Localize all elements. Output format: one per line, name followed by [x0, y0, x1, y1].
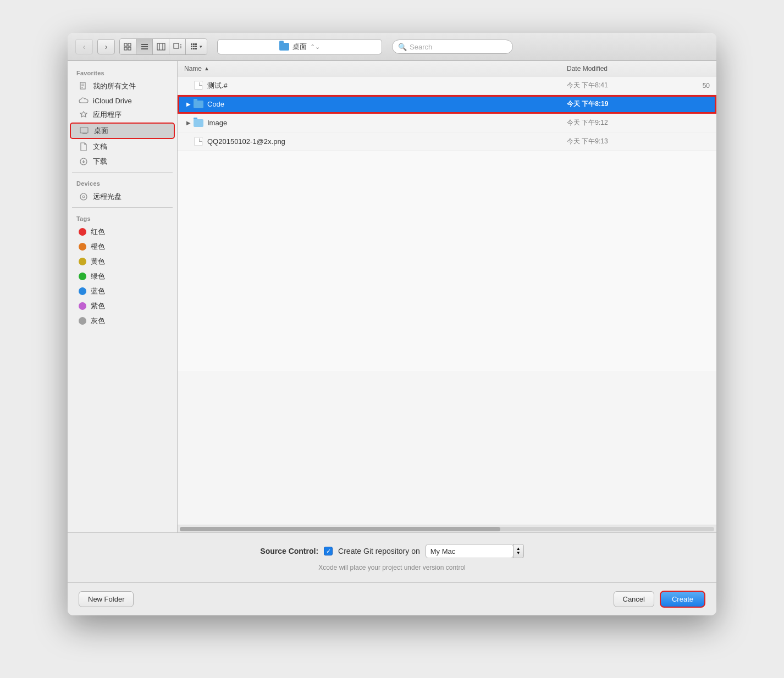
sidebar-item-docs[interactable]: 文稿: [70, 140, 175, 154]
orange-tag-dot: [79, 243, 86, 251]
expand-arrow-icon[interactable]: [184, 137, 193, 146]
table-row[interactable]: 测试.# 今天 下午8:41 50: [178, 76, 716, 95]
file-date-cell: 今天 下午8:19: [567, 99, 677, 109]
source-control-row: Source Control: ✓ Create Git repository …: [81, 544, 703, 558]
path-folder-icon: [279, 43, 289, 51]
file-name-label: QQ20150102-1@2x.png: [207, 137, 285, 146]
table-row[interactable]: QQ20150102-1@2x.png 今天 下午9:13: [178, 132, 716, 151]
view-more-button[interactable]: ▾: [186, 39, 207, 54]
view-icon-button[interactable]: [120, 39, 136, 54]
sidebar-item-all-files[interactable]: 我的所有文件: [70, 79, 175, 93]
red-tag-dot: [79, 228, 86, 236]
sidebar-item-icloud[interactable]: iCloud Drive: [70, 94, 175, 107]
sidebar-item-red[interactable]: 红色: [70, 225, 175, 239]
path-bar[interactable]: 桌面 ⌃⌄: [217, 39, 382, 54]
expand-arrow-icon[interactable]: [184, 81, 193, 90]
view-list-icon: [140, 43, 149, 51]
sidebar-item-purple[interactable]: 紫色: [70, 299, 175, 313]
sidebar-sep-2: [72, 207, 173, 208]
sort-arrow-icon: ▲: [204, 65, 209, 71]
blue-tag-dot: [79, 287, 86, 295]
file-size-cell: 50: [677, 82, 710, 90]
search-bar[interactable]: 🔍 Search: [392, 40, 513, 54]
svg-rect-27: [80, 127, 88, 133]
folder-icon: [193, 118, 204, 129]
back-button[interactable]: ‹: [75, 39, 93, 54]
sidebar-item-yellow[interactable]: 黄色: [70, 254, 175, 269]
toolbar: ‹ ›: [68, 33, 716, 61]
mac-option-label: My Mac: [430, 547, 456, 555]
svg-rect-16: [195, 43, 197, 45]
view-col-button[interactable]: [153, 39, 169, 54]
gray-tag-label: 灰色: [91, 316, 105, 326]
sidebar-item-orange[interactable]: 橙色: [70, 240, 175, 254]
sidebar-sep-1: [72, 172, 173, 173]
sidebar-item-gray[interactable]: 灰色: [70, 314, 175, 328]
forward-button[interactable]: ›: [97, 39, 115, 54]
svg-point-32: [82, 196, 85, 198]
file-date-cell: 今天 下午8:41: [567, 81, 677, 90]
file-name-label: 测试.#: [207, 81, 228, 91]
file-rows-container: 测试.# 今天 下午8:41 50 ▶: [178, 76, 716, 525]
search-placeholder: Search: [410, 43, 432, 51]
table-row[interactable]: ▶ Code 今天 下午8:19: [178, 95, 716, 114]
favorites-header: Favorites: [68, 65, 177, 79]
view-list-button[interactable]: [136, 39, 153, 54]
table-row[interactable]: ▶ Image 今天 下午9:12: [178, 114, 716, 132]
col-date-header[interactable]: Date Modified: [567, 65, 677, 73]
content-area: Favorites 我的所有文件: [68, 61, 716, 532]
gray-tag-dot: [79, 317, 86, 325]
sidebar-item-blue[interactable]: 蓝色: [70, 284, 175, 298]
file-name-label: Image: [207, 119, 227, 127]
checkmark-icon: ✓: [326, 548, 331, 555]
file-date-cell: 今天 下午9:13: [567, 137, 677, 146]
create-button[interactable]: Create: [660, 591, 705, 608]
cancel-button[interactable]: Cancel: [614, 591, 654, 607]
red-tag-label: 红色: [91, 227, 105, 237]
downloads-label: 下载: [93, 157, 107, 166]
view-cov-button[interactable]: [169, 39, 186, 54]
stepper-down-icon: ▼: [516, 551, 521, 555]
file-name-cell: QQ20150102-1@2x.png: [184, 136, 567, 147]
svg-rect-18: [193, 46, 195, 47]
sidebar-item-remote-disk[interactable]: 远程光盘: [70, 190, 175, 204]
dropdown-arrow-icon: ▾: [200, 44, 202, 49]
file-date-label: 今天 下午8:41: [567, 81, 608, 89]
purple-tag-label: 紫色: [91, 301, 105, 311]
svg-rect-2: [124, 47, 127, 50]
stepper-button[interactable]: ▲ ▼: [513, 544, 524, 558]
sidebar-item-desktop[interactable]: 桌面: [70, 123, 175, 139]
expand-arrow-icon[interactable]: ▶: [184, 119, 193, 127]
git-checkbox[interactable]: ✓: [324, 547, 333, 555]
remote-disk-icon: [79, 192, 89, 201]
sidebar-item-apps[interactable]: 应用程序: [70, 108, 175, 122]
svg-rect-9: [157, 43, 165, 50]
expand-arrow-icon[interactable]: ▶: [184, 100, 193, 109]
file-date-label: 今天 下午9:13: [567, 137, 608, 145]
sidebar-item-downloads[interactable]: 下载: [70, 154, 175, 169]
view-grid-icon: [124, 43, 132, 51]
path-chevron-icon: ⌃⌄: [310, 43, 320, 51]
col-name-label: Name: [184, 65, 202, 73]
file-name-label: Code: [207, 100, 224, 108]
apps-label: 应用程序: [93, 110, 122, 120]
desktop-label: 桌面: [94, 126, 108, 136]
mac-dropdown-container: My Mac ▲ ▼: [426, 544, 524, 558]
svg-rect-0: [124, 43, 127, 46]
scrollbar-thumb: [180, 527, 500, 531]
svg-rect-19: [195, 46, 197, 47]
svg-rect-14: [191, 43, 192, 45]
devices-header: Devices: [68, 176, 177, 189]
file-date-cell: 今天 下午9:12: [567, 118, 677, 127]
help-text: Xcode will place your project under vers…: [81, 564, 703, 571]
sidebar-item-green[interactable]: 绿色: [70, 269, 175, 284]
new-folder-button[interactable]: New Folder: [79, 591, 134, 607]
file-icon: [193, 136, 204, 147]
col-name-header[interactable]: Name ▲: [184, 65, 567, 73]
docs-icon: [79, 142, 89, 151]
apps-icon: [79, 110, 89, 119]
yellow-tag-label: 黄色: [91, 257, 105, 266]
mac-dropdown[interactable]: My Mac: [426, 544, 514, 558]
horizontal-scrollbar[interactable]: [178, 525, 716, 532]
view-col-icon: [157, 43, 165, 51]
